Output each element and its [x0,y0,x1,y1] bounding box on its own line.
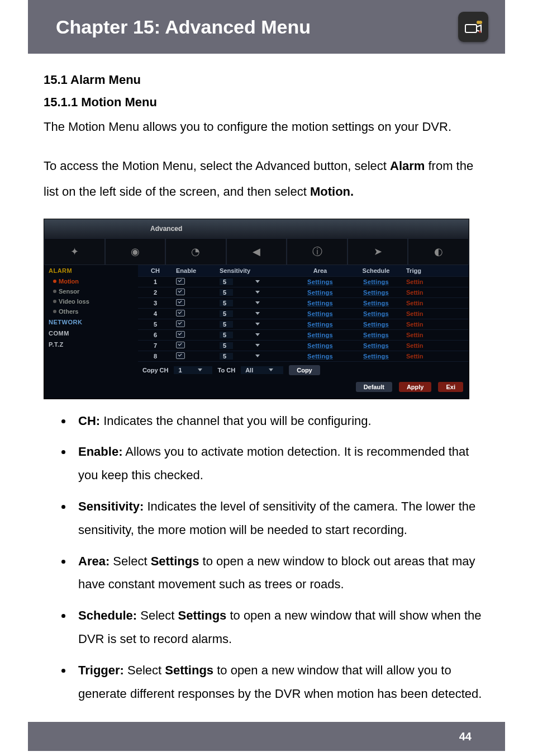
toolbar-icon[interactable]: ✦ [44,238,105,265]
cell-trigger[interactable]: Settin [404,289,437,296]
button-row: Default Apply Exi [138,379,469,399]
cell-schedule[interactable]: Settings [348,310,404,317]
exit-button[interactable]: Exi [438,382,463,392]
cell-schedule[interactable]: Settings [348,332,404,338]
col-sched: Schedule [348,267,404,274]
chapter-header: Chapter 15: Advanced Menu [28,0,505,54]
cell-enable[interactable] [173,320,216,328]
cell-ch: 2 [138,289,173,296]
toolbar-icon[interactable]: ◀ [226,238,287,265]
cell-schedule[interactable]: Settings [348,300,404,306]
bullet-icon [53,300,56,303]
cell-area[interactable]: Settings [292,342,348,349]
checkbox-icon[interactable] [176,289,185,295]
toolbar-icon[interactable]: ◐ [408,238,469,265]
cell-sensitivity[interactable]: 5 [216,353,292,360]
cell-trigger[interactable]: Settin [404,310,437,317]
copy-button[interactable]: Copy [289,365,320,375]
intro-paragraph: The Motion Menu allows you to configure … [44,114,489,140]
cell-ch: 5 [138,321,173,328]
cell-schedule[interactable]: Settings [348,342,404,349]
cell-sensitivity[interactable]: 5 [216,342,292,349]
sidebar-group-comm[interactable]: COMM [44,328,138,339]
sidebar-group-ptz[interactable]: P.T.Z [44,339,138,350]
svg-point-3 [479,31,481,33]
list-item: Area: Select Settings to open a new wind… [73,550,489,597]
cell-trigger[interactable]: Settin [404,353,437,360]
cell-trigger[interactable]: Settin [404,300,437,306]
cell-enable[interactable] [173,342,216,349]
sidebar-item-sensor[interactable]: Sensor [44,286,138,296]
cell-area[interactable]: Settings [292,289,348,296]
cell-area[interactable]: Settings [292,300,348,306]
checkbox-icon[interactable] [176,331,185,338]
toolbar-icons: ✦ ◉ ◔ ◀ ⓘ ➤ ◐ [44,238,469,265]
chevron-down-icon [255,355,260,357]
copy-ch-select[interactable]: 1 [174,366,212,374]
cell-enable[interactable] [173,352,216,360]
toolbar-icon[interactable]: ◉ [105,238,166,265]
checkbox-icon[interactable] [176,278,185,285]
chevron-down-icon [269,368,273,371]
cell-schedule[interactable]: Settings [348,289,404,296]
sidebar-item-motion[interactable]: Motion [44,276,138,286]
sidebar-group-alarm[interactable]: ALARM [44,265,138,276]
checkbox-icon[interactable] [176,299,185,306]
checkbox-icon[interactable] [176,310,185,316]
default-button[interactable]: Default [356,382,392,392]
cell-area[interactable]: Settings [292,353,348,360]
cell-sensitivity[interactable]: 5 [216,289,292,296]
checkbox-icon[interactable] [176,352,185,359]
sidebar-item-videoloss[interactable]: Video loss [44,296,138,306]
sidebar: ALARM Motion Sensor Video loss Others NE… [44,265,138,399]
table-row: 25SettingsSettingsSettin [138,287,469,298]
cell-enable[interactable] [173,331,216,339]
cell-schedule[interactable]: Settings [348,278,404,285]
cell-sensitivity[interactable]: 5 [216,332,292,338]
cell-trigger[interactable]: Settin [404,342,437,349]
section-heading-2: 15.1.1 Motion Menu [44,95,489,110]
cell-sensitivity[interactable]: 5 [216,278,292,285]
cell-trigger[interactable]: Settin [404,278,437,285]
bullet-icon [53,290,56,293]
cell-area[interactable]: Settings [292,321,348,328]
cell-enable[interactable] [173,278,216,286]
sidebar-item-others[interactable]: Others [44,306,138,316]
apply-button[interactable]: Apply [399,382,432,392]
cell-enable[interactable] [173,289,216,296]
checkbox-icon[interactable] [176,320,185,327]
toolbar-icon[interactable]: ➤ [348,238,408,265]
table-row: 85SettingsSettingsSettin [138,351,469,362]
cell-trigger[interactable]: Settin [404,332,437,338]
dvr-screenshot: Advanced ✦ ◉ ◔ ◀ ⓘ ➤ ◐ ALARM Motion Sens… [44,219,469,399]
list-item: Enable: Allows you to activate motion de… [73,440,489,487]
cell-enable[interactable] [173,310,216,318]
cell-area[interactable]: Settings [292,310,348,317]
bullet-list: CH: Indicates the channel that you will … [44,409,489,706]
window-title: Advanced [44,219,469,238]
chevron-down-icon [255,344,260,347]
cell-area[interactable]: Settings [292,332,348,338]
sidebar-group-network[interactable]: NETWORK [44,316,138,328]
cell-schedule[interactable]: Settings [348,353,404,360]
text: To access the Motion Menu, select the Ad… [44,159,390,173]
chevron-down-icon [198,368,202,371]
cell-sensitivity[interactable]: 5 [216,310,292,317]
cell-schedule[interactable]: Settings [348,321,404,328]
chevron-down-icon [255,291,260,294]
checkbox-icon[interactable] [176,342,185,348]
chevron-down-icon [255,323,260,325]
toolbar-icon[interactable]: ◔ [165,238,226,265]
cell-area[interactable]: Settings [292,278,348,285]
cell-sensitivity[interactable]: 5 [216,321,292,328]
chevron-down-icon [255,280,260,283]
to-ch-select[interactable]: All [241,366,283,374]
cell-trigger[interactable]: Settin [404,321,437,328]
list-item: Trigger: Select Settings to open a new w… [73,659,489,706]
cell-enable[interactable] [173,299,216,307]
toolbar-icon[interactable]: ⓘ [287,238,348,265]
instruction-paragraph: To access the Motion Menu, select the Ad… [44,153,489,205]
copy-row: Copy CH 1 To CH All Copy [138,362,469,379]
cell-sensitivity[interactable]: 5 [216,300,292,306]
motion-table: CH Enable Sensitivity Area Schedule Trig… [138,265,469,399]
